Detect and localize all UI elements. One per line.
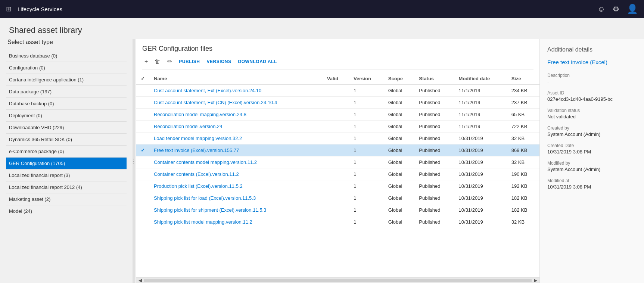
row-scope-9: Global (384, 192, 415, 204)
description-value: - (547, 79, 637, 84)
add-button[interactable]: + (142, 57, 150, 66)
download-all-button[interactable]: DOWNLOAD ALL (236, 57, 279, 66)
row-check-4[interactable] (136, 133, 149, 144)
smiley-icon[interactable]: ☺ (598, 5, 605, 13)
row-check-2[interactable] (136, 109, 149, 121)
table-row[interactable]: Cust account statement, Ext (CN) (Excel)… (136, 97, 539, 109)
created-date-section: Created Date 10/31/2019 3:08 PM (547, 143, 637, 155)
table-row[interactable]: Load tender model mapping.version.32.21G… (136, 133, 539, 144)
row-name-link-5[interactable]: Free text invoice (Excel).version.155.77 (154, 147, 239, 153)
sidebar-item-5[interactable]: Deployment (0) (6, 110, 127, 122)
versions-button[interactable]: VERSIONS (205, 57, 234, 66)
sidebar-item-11[interactable]: Localized financial report 2012 (4) (6, 181, 127, 193)
row-valid-0 (323, 85, 349, 97)
table-row[interactable]: ✓Free text invoice (Excel).version.155.7… (136, 144, 539, 156)
row-name-link-0[interactable]: Cust account statement, Ext (Excel).vers… (154, 88, 261, 93)
row-check-1[interactable] (136, 97, 149, 109)
col-scope[interactable]: Scope (384, 73, 415, 85)
sidebar-item-6[interactable]: Downloadable VHD (229) (6, 122, 127, 134)
sidebar-item-1[interactable]: Configuration (0) (6, 62, 127, 74)
sidebar-item-12[interactable]: Marketing asset (2) (6, 193, 127, 205)
row-name-1: Cust account statement, Ext (CN) (Excel)… (149, 97, 323, 109)
table-row[interactable]: Shipping pick list model mapping.version… (136, 216, 539, 228)
row-name-link-1[interactable]: Cust account statement, Ext (CN) (Excel)… (154, 100, 277, 105)
row-name-2: Reconciliation model mapping.version.24.… (149, 109, 323, 121)
description-section: Description - (547, 73, 637, 84)
table-row[interactable]: Reconciliation model.version.241GlobalPu… (136, 121, 539, 133)
row-scope-3: Global (384, 121, 415, 133)
table-row[interactable]: Cust account statement, Ext (Excel).vers… (136, 85, 539, 97)
row-status-7: Published (414, 168, 454, 180)
row-version-2: 1 (349, 109, 384, 121)
sidebar-item-4[interactable]: Database backup (0) (6, 98, 127, 110)
sidebar-item-7[interactable]: Dynamics 365 Retail SDK (0) (6, 134, 127, 146)
row-size-6: 32 KB (507, 156, 539, 168)
table-row[interactable]: Container contents model mapping.version… (136, 156, 539, 168)
row-size-1: 237 KB (507, 97, 539, 109)
row-check-3[interactable] (136, 121, 149, 133)
row-status-11: Published (414, 216, 454, 228)
settings-icon[interactable]: ⚙ (613, 4, 619, 13)
row-check-7[interactable] (136, 168, 149, 180)
sidebar-item-0[interactable]: Business database (0) (6, 50, 127, 62)
col-check: ✓ (136, 73, 149, 85)
row-check-5[interactable]: ✓ (136, 144, 149, 156)
row-name-link-4[interactable]: Load tender model mapping.version.32.2 (154, 136, 242, 141)
sidebar-divider[interactable] (133, 39, 135, 283)
row-valid-5 (323, 144, 349, 156)
row-check-0[interactable] (136, 85, 149, 97)
table-row[interactable]: Production pick list (Excel).version.11.… (136, 180, 539, 192)
sidebar-item-2[interactable]: Cortana intelligence application (1) (6, 74, 127, 86)
row-version-11: 1 (349, 216, 384, 228)
row-name-link-11[interactable]: Shipping pick list model mapping.version… (154, 219, 252, 225)
row-status-3: Published (414, 121, 454, 133)
row-name-link-6[interactable]: Container contents model mapping.version… (154, 159, 257, 165)
col-version[interactable]: Version (349, 73, 384, 85)
col-valid[interactable]: Valid (323, 73, 349, 85)
delete-button[interactable]: 🗑 (152, 57, 163, 66)
row-check-6[interactable] (136, 156, 149, 168)
scroll-track[interactable] (144, 279, 532, 282)
row-name-link-3[interactable]: Reconciliation model.version.24 (154, 124, 223, 129)
table-row[interactable]: Shipping pick list for shipment (Excel).… (136, 204, 539, 216)
row-name-11: Shipping pick list model mapping.version… (149, 216, 323, 228)
col-name[interactable]: Name (149, 73, 323, 85)
selected-asset-link[interactable]: Free text invoice (Excel) (547, 59, 637, 65)
row-name-link-8[interactable]: Production pick list (Excel).version.11.… (154, 183, 243, 189)
row-check-10[interactable] (136, 204, 149, 216)
row-name-link-2[interactable]: Reconciliation model mapping.version.24.… (154, 112, 246, 117)
col-modified-date[interactable]: Modified date (454, 73, 507, 85)
sidebar-item-13[interactable]: Model (24) (6, 205, 127, 217)
user-icon[interactable]: 👤 (627, 4, 638, 14)
row-scope-0: Global (384, 85, 415, 97)
edit-button[interactable]: ✏ (165, 56, 174, 66)
asset-id-value: 027e4cd3-1d40-4aa0-9195-bc (547, 96, 637, 102)
col-status[interactable]: Status (414, 73, 454, 85)
sidebar-item-8[interactable]: e-Commerce package (0) (6, 146, 127, 158)
table-row[interactable]: Shipping pick list for load (Excel).vers… (136, 192, 539, 204)
publish-button[interactable]: PUBLISH (177, 57, 202, 66)
table-row[interactable]: Container contents (Excel).version.11.21… (136, 168, 539, 180)
row-check-8[interactable] (136, 180, 149, 192)
modified-at-value: 10/31/2019 3:08 PM (547, 184, 637, 190)
row-modified_date-5: 10/31/2019 (454, 144, 507, 156)
row-name-6: Container contents model mapping.version… (149, 156, 323, 168)
row-name-7: Container contents (Excel).version.11.2 (149, 168, 323, 180)
row-name-8: Production pick list (Excel).version.11.… (149, 180, 323, 192)
scroll-left-arrow[interactable]: ◀ (136, 278, 144, 283)
grid-icon[interactable]: ⊞ (6, 5, 12, 13)
scroll-right-arrow[interactable]: ▶ (532, 278, 539, 283)
sidebar-item-3[interactable]: Data package (197) (6, 86, 127, 98)
row-name-link-7[interactable]: Container contents (Excel).version.11.2 (154, 171, 239, 177)
sidebar-item-10[interactable]: Localized financial report (3) (6, 170, 127, 181)
table-row[interactable]: Reconciliation model mapping.version.24.… (136, 109, 539, 121)
row-check-9[interactable] (136, 192, 149, 204)
row-name-link-10[interactable]: Shipping pick list for shipment (Excel).… (154, 207, 266, 213)
row-modified_date-6: 10/31/2019 (454, 156, 507, 168)
sidebar-item-9[interactable]: GER Configuration (1705) (6, 158, 127, 170)
row-name-link-9[interactable]: Shipping pick list for load (Excel).vers… (154, 195, 256, 201)
row-size-3: 722 KB (507, 121, 539, 133)
col-size[interactable]: Size (507, 73, 539, 85)
horizontal-scrollbar[interactable]: ◀ ▶ (136, 277, 539, 283)
row-check-11[interactable] (136, 216, 149, 228)
